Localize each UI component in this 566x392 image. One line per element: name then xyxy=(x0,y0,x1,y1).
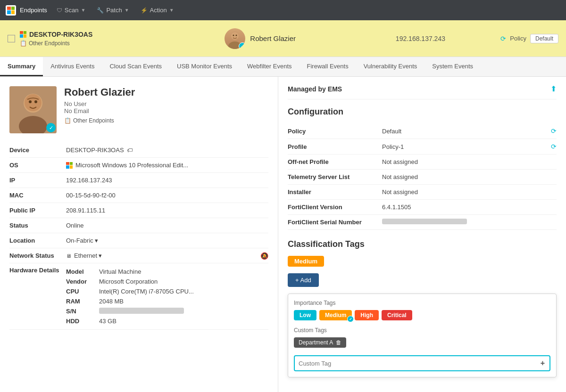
importance-tags-label: Importance Tags xyxy=(294,300,550,306)
tab-usb-monitor[interactable]: USB Monitor Events xyxy=(169,57,240,76)
policy-value: Default xyxy=(530,34,558,43)
custom-tag-input-row: + xyxy=(294,355,550,371)
location-select[interactable]: On-Fabric ▾ xyxy=(66,237,98,244)
ip-row: IP 192.168.137.243 xyxy=(9,173,268,188)
ethernet-select[interactable]: Ethernet ▾ xyxy=(74,252,102,259)
scan-icon: 🛡 xyxy=(57,7,62,14)
delete-tag-icon[interactable]: 🗑 xyxy=(336,339,341,346)
configuration-title: Configuration xyxy=(288,107,557,117)
status-label: Status xyxy=(9,222,66,229)
department-tag-row: Department A 🗑 xyxy=(294,337,550,351)
hw-cpu-value: Intel(R) Core(TM) i7-8705G CPU... xyxy=(99,288,194,295)
os-label: OS xyxy=(9,162,66,169)
copy-icon-2: 📋 xyxy=(64,117,71,124)
upload-icon[interactable]: ⬆ xyxy=(550,84,557,93)
network-status-label: Network Status xyxy=(9,252,66,259)
windows-icon xyxy=(20,31,26,38)
department-tag[interactable]: Department A 🗑 xyxy=(294,337,346,348)
config-row: PolicyDefault⟳ xyxy=(288,123,557,139)
nav-scan[interactable]: 🛡 Scan ▼ xyxy=(53,4,90,16)
tab-webfilter[interactable]: Webfilter Events xyxy=(240,57,299,76)
config-edit-icon[interactable]: ⟳ xyxy=(551,143,557,150)
tab-vulnerability[interactable]: Vulnerability Events xyxy=(356,57,425,76)
hardware-table: Model Virtual Machine Vendor Microsoft C… xyxy=(66,267,268,326)
hw-sn-value: ████████████████████ xyxy=(99,308,184,314)
header-username: Robert Glazier xyxy=(250,34,296,42)
network-row: 🖥 Ethernet ▾ 🔕 xyxy=(66,252,268,260)
action-dropdown-arrow: ▼ xyxy=(169,8,174,13)
config-edit-icon[interactable]: ⟳ xyxy=(551,127,557,135)
os-row: OS Microsoft Windows 10 Professional Edi… xyxy=(9,158,268,173)
profile-other-endpoints[interactable]: 📋 Other Endpoints xyxy=(64,117,268,124)
tab-cloud-scan[interactable]: Cloud Scan Events xyxy=(102,57,169,76)
hw-ram-label: RAM xyxy=(66,298,99,305)
managed-banner: Managed by EMS ⬆ xyxy=(288,84,557,99)
logo-icon xyxy=(7,7,15,14)
tag-medium-imp[interactable]: Medium ✓ xyxy=(319,310,352,320)
avatar-verified-icon: ✓ xyxy=(239,42,245,49)
hw-ram-row: RAM 2048 MB xyxy=(66,296,268,306)
tab-system[interactable]: System Events xyxy=(424,57,481,76)
config-row: Off-net ProfileNot assigned xyxy=(288,155,557,170)
add-button[interactable]: + Add xyxy=(288,273,319,287)
tab-summary[interactable]: Summary xyxy=(0,57,43,76)
config-label: Profile xyxy=(288,143,382,150)
patch-icon: 🔧 xyxy=(97,7,104,14)
config-value: Policy-1 xyxy=(382,143,547,150)
tag-critical[interactable]: Critical xyxy=(382,310,412,320)
header-other-endpoints[interactable]: 📋 Other Endpoints xyxy=(20,40,180,47)
nav-patch[interactable]: 🔧 Patch ▼ xyxy=(93,4,133,16)
tag-low[interactable]: Low xyxy=(294,310,316,320)
policy-label: Policy xyxy=(510,35,526,42)
config-label: Telemetry Server List xyxy=(288,173,382,180)
custom-tag-input[interactable] xyxy=(295,357,534,370)
nav-endpoints[interactable]: Endpoints xyxy=(20,7,47,14)
network-left: 🖥 Ethernet ▾ xyxy=(66,252,102,259)
ip-label: IP xyxy=(9,177,66,184)
profile-no-email: No Email xyxy=(64,107,268,114)
hw-hdd-label: HDD xyxy=(66,318,99,325)
config-row: ProfilePolicy-1⟳ xyxy=(288,139,557,155)
patch-dropdown-arrow: ▼ xyxy=(125,8,129,13)
tab-firewall[interactable]: Firewall Events xyxy=(300,57,356,76)
hardware-label: Hardware Details xyxy=(9,267,66,274)
ethernet-dropdown-arrow: ▾ xyxy=(99,252,102,259)
hw-hdd-value: 43 GB xyxy=(99,318,117,325)
config-value: Default xyxy=(382,128,547,135)
custom-tags-label: Custom Tags xyxy=(294,327,550,334)
policy-refresh-icon[interactable]: ⟳ xyxy=(500,35,506,42)
svg-point-4 xyxy=(236,34,237,36)
current-medium-tag: Medium xyxy=(288,256,557,273)
notification-off-icon[interactable]: 🔕 xyxy=(260,252,268,260)
hw-cpu-label: CPU xyxy=(66,288,99,295)
header-policy: ⟳ Policy Default xyxy=(500,34,558,43)
config-label: FortiClient Serial Number xyxy=(288,219,382,226)
config-value: Not assigned xyxy=(382,188,557,196)
tab-antivirus[interactable]: Antivirus Events xyxy=(43,57,102,76)
config-row: Telemetry Server ListNot assigned xyxy=(288,170,557,185)
top-nav: Endpoints 🛡 Scan ▼ 🔧 Patch ▼ ⚡ Action ▼ xyxy=(0,0,566,20)
mac-value: 00-15-5d-90-f2-00 xyxy=(66,192,268,199)
scan-dropdown-arrow: ▼ xyxy=(81,8,85,13)
status-value: Online xyxy=(66,222,268,229)
config-row: FortiClient Version6.4.1.1505 xyxy=(288,200,557,215)
custom-tag-add-button[interactable]: + xyxy=(536,356,549,370)
hw-cpu-row: CPU Intel(R) Core(TM) i7-8705G CPU... xyxy=(66,286,268,296)
hw-vendor-row: Vendor Microsoft Corporation xyxy=(66,277,268,286)
location-label: Location xyxy=(9,237,66,244)
public-ip-label: Public IP xyxy=(9,207,66,214)
tag-high[interactable]: High xyxy=(355,310,379,320)
endpoint-checkbox[interactable] xyxy=(8,35,15,42)
hw-model-value: Virtual Machine xyxy=(99,268,141,275)
os-value: Microsoft Windows 10 Professional Edit..… xyxy=(66,162,268,169)
config-value: Not assigned xyxy=(382,158,557,165)
config-label: Policy xyxy=(288,128,382,135)
device-label: Device xyxy=(9,147,66,154)
tag-icon[interactable]: 🏷 xyxy=(127,147,133,154)
public-ip-value: 208.91.115.11 xyxy=(66,207,268,214)
config-value: 6.4.1.1505 xyxy=(382,204,557,211)
nav-action[interactable]: ⚡ Action ▼ xyxy=(137,4,178,16)
hw-hdd-row: HDD 43 GB xyxy=(66,316,268,326)
ip-value: 192.168.137.243 xyxy=(66,177,268,184)
profile-name-section: Robert Glazier No User No Email 📋 Other … xyxy=(64,86,268,124)
